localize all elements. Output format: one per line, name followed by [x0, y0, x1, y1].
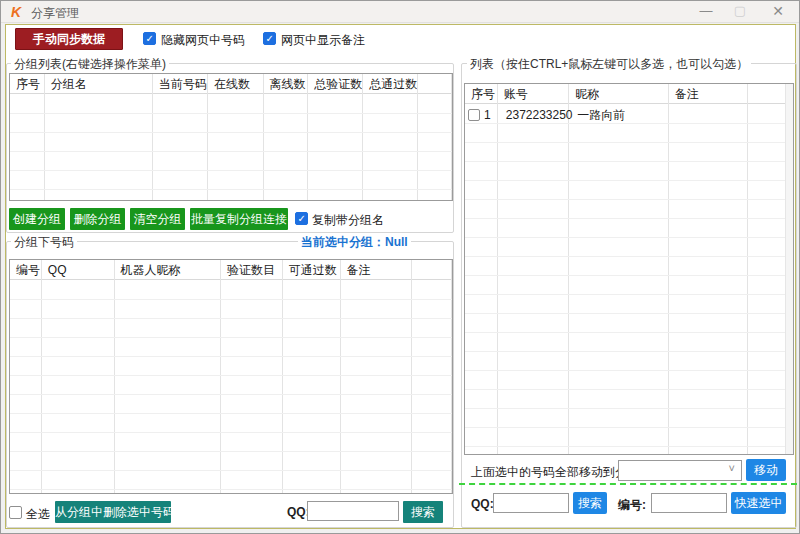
group-numbers-table[interactable]: 编号 QQ 机器人昵称 验证数目 可通过数 备注 — [9, 259, 453, 494]
chevron-down-icon: ˅ — [729, 462, 735, 474]
group-numbers-panel-title: 分组下号码 — [11, 234, 77, 251]
hide-numbers-checkbox[interactable] — [143, 32, 156, 45]
column-header: 总验证数 — [308, 74, 362, 94]
column-header: 昵称 — [569, 84, 667, 104]
row-select-checkbox[interactable] — [468, 109, 480, 121]
current-group-value: Null — [385, 235, 408, 249]
remove-from-group-button[interactable]: 从分组中删除选中号码 — [55, 501, 171, 523]
column-header: 验证数目 — [221, 260, 282, 280]
app-window: K 分享管理 — ▢ ✕ 手动同步数据 隐藏网页中号码 网页中显示备注 分组列表… — [0, 0, 800, 534]
copy-with-name-label: 复制带分组名 — [312, 212, 384, 229]
create-group-button[interactable]: 创建分组 — [9, 208, 65, 230]
qq-search-label-right: QQ: — [471, 497, 494, 511]
move-button[interactable]: 移动 — [746, 459, 786, 481]
qq-search-input-left[interactable] — [307, 501, 399, 521]
quick-select-button[interactable]: 快速选中 — [731, 492, 786, 514]
dashed-separator — [459, 483, 797, 485]
column-header: 编号 — [10, 260, 41, 280]
show-notes-checkbox[interactable] — [263, 32, 276, 45]
manual-sync-button[interactable]: 手动同步数据 — [15, 28, 123, 50]
row-index: 1 — [484, 107, 491, 124]
column-header: 序号 — [465, 84, 497, 104]
close-button[interactable]: ✕ — [761, 1, 795, 23]
group-list-panel-title: 分组列表(右键选择操作菜单) — [11, 56, 169, 73]
show-notes-label: 网页中显示备注 — [281, 32, 365, 49]
account-list-panel-title: 列表（按住CTRL+鼠标左键可以多选，也可以勾选） — [467, 56, 751, 73]
column-header: 可通过数 — [283, 260, 340, 280]
copy-with-name-checkbox[interactable] — [295, 212, 308, 225]
column-header: 总通过数 — [363, 74, 417, 94]
column-header: 备注 — [669, 84, 748, 104]
column-header: 机器人昵称 — [115, 260, 221, 280]
delete-group-button[interactable]: 删除分组 — [70, 208, 125, 230]
current-group-caption: 当前选中分组： — [301, 235, 385, 249]
hide-numbers-label: 隐藏网页中号码 — [161, 32, 245, 49]
minimize-button[interactable]: — — [691, 1, 721, 23]
id-label: 编号: — [618, 497, 646, 514]
column-header: 账号 — [498, 84, 569, 104]
select-all-checkbox[interactable] — [9, 506, 22, 519]
batch-copy-links-button[interactable]: 批量复制分组连接 — [190, 208, 288, 230]
qq-search-input-right[interactable] — [493, 493, 569, 513]
column-header: 分组名 — [45, 74, 152, 94]
column-header: 备注 — [341, 260, 412, 280]
vertical-scrollbar[interactable] — [785, 84, 793, 454]
clear-group-button[interactable]: 清空分组 — [130, 208, 185, 230]
column-header: 在线数 — [208, 74, 263, 94]
group-select-dropdown[interactable]: ˅ — [618, 460, 742, 481]
select-all-label: 全选 — [26, 506, 50, 523]
row-nickname: 一路向前 — [577, 107, 625, 124]
search-button-left[interactable]: 搜索 — [403, 501, 443, 523]
window-title: 分享管理 — [31, 5, 79, 22]
column-header: 当前号码 — [153, 74, 207, 94]
titlebar: K 分享管理 — ▢ ✕ — [1, 1, 799, 23]
app-icon: K — [8, 4, 24, 20]
row-account: 2372233250 — [506, 107, 573, 124]
id-input[interactable] — [651, 493, 727, 513]
column-header: 序号 — [10, 74, 44, 94]
maximize-button[interactable]: ▢ — [725, 1, 755, 23]
account-list-table[interactable]: 序号 1 账号 2372233250 昵称 一路向前 备注 — [464, 83, 794, 455]
column-header: 离线数 — [264, 74, 308, 94]
current-group-label: 当前选中分组：Null — [298, 234, 411, 251]
column-header: QQ — [42, 260, 114, 280]
search-button-right[interactable]: 搜索 — [573, 492, 607, 514]
group-list-table[interactable]: 序号 分组名 当前号码 在线数 离线数 总验证数 总通过数 — [9, 73, 453, 201]
